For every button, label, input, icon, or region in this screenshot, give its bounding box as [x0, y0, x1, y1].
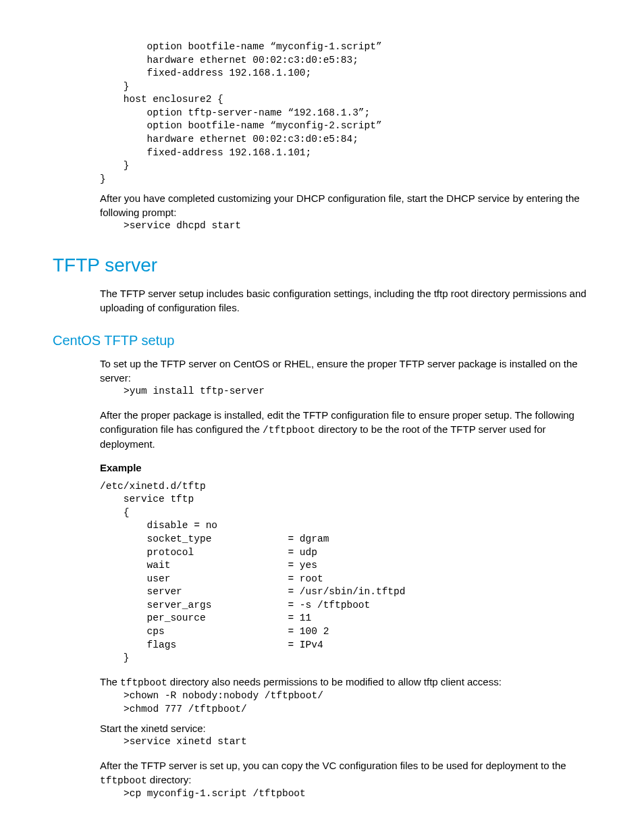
inline-code-tftpboot-path: /tftpboot	[263, 425, 315, 436]
code-service-xinetd: >service xinetd start	[124, 735, 591, 749]
paragraph-copy-config: After the TFTP server is set up, you can…	[100, 758, 591, 787]
code-chown-chmod: >chown -R nobody:nobody /tftpboot/ >chmo…	[124, 689, 591, 716]
paragraph-permissions: The tftpboot directory also needs permis…	[100, 675, 591, 689]
paragraph-tftp-intro: The TFTP server setup includes basic con…	[100, 286, 591, 315]
code-yum-install: >yum install tftp-server	[124, 385, 591, 398]
paragraph-centos-intro: To set up the TFTP server on CentOS or R…	[100, 357, 591, 385]
inline-code-tftpboot-dir: tftpboot	[120, 677, 167, 688]
code-block-xinetd-config: /etc/xinetd.d/tftp service tftp { disabl…	[100, 480, 591, 665]
example-label: Example	[100, 461, 591, 475]
code-block-dhcp-hosts: option bootfile-name “myconfig-1.script”…	[100, 41, 591, 186]
code-cp-script: >cp myconfig-1.script /tftpboot	[124, 787, 591, 801]
heading-centos-tftp: CentOS TFTP setup	[53, 331, 591, 350]
code-service-dhcpd: >service dhcpd start	[124, 219, 591, 233]
paragraph-after-yum: After the proper package is installed, e…	[100, 408, 591, 451]
paragraph-dhcp-start: After you have completed customizing you…	[100, 191, 591, 219]
inline-code-tftpboot-dir2: tftpboot	[100, 775, 147, 786]
heading-tftp-server: TFTP server	[53, 252, 591, 278]
paragraph-xinetd: Start the xinetd service:	[100, 721, 591, 735]
